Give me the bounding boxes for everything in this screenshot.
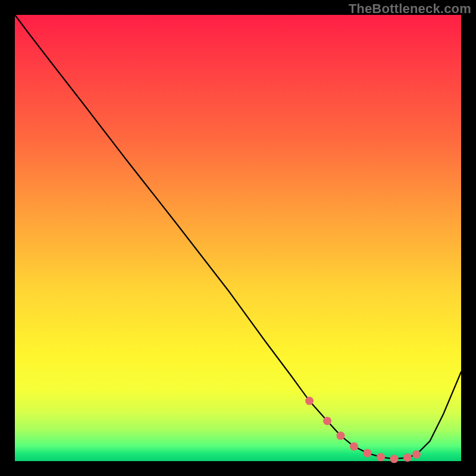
watermark-text: TheBottleneck.com <box>349 1 471 17</box>
optimal-marker <box>350 442 358 450</box>
optimal-marker <box>337 431 345 440</box>
optimal-marker <box>305 397 314 405</box>
optimal-marker <box>364 449 372 458</box>
optimal-marker <box>403 453 412 462</box>
plot-background <box>15 15 461 461</box>
bottleneck-chart <box>0 0 476 476</box>
optimal-marker <box>323 417 331 425</box>
optimal-marker <box>412 450 421 459</box>
chart-stage: TheBottleneck.com <box>0 0 476 476</box>
optimal-marker <box>390 455 399 463</box>
optimal-marker <box>377 453 385 461</box>
